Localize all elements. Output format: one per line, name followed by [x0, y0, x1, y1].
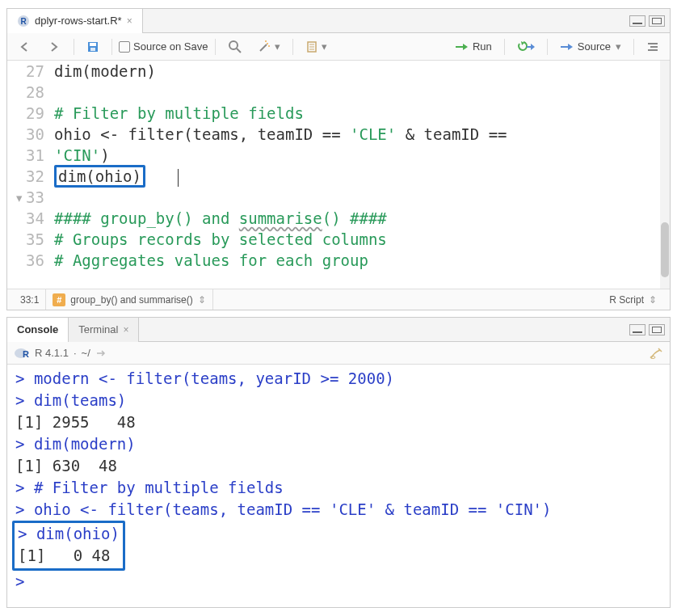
code-editor[interactable]: 27 28 29 30 31 32 ▾33 34 35 36 dim(moder…	[7, 61, 670, 289]
code-line: dim(modern)	[54, 62, 156, 80]
console-line: > dim(modern)	[15, 433, 662, 455]
maximize-pane-icon[interactable]	[649, 15, 665, 27]
close-terminal-icon[interactable]: ×	[123, 324, 128, 335]
source-button-label: Source	[578, 40, 611, 53]
svg-rect-4	[90, 48, 95, 51]
cursor-position: 33:1	[14, 289, 46, 310]
svg-text:R: R	[23, 349, 29, 359]
text-cursor-icon	[178, 169, 179, 187]
console-subbar: R R 4.1.1 · ~/	[7, 342, 670, 365]
popout-icon[interactable]	[95, 348, 107, 358]
console-line: > dim(teams)	[15, 390, 662, 411]
editor-tab[interactable]: R dplyr-rows-start.R* ×	[7, 9, 143, 33]
console-line: > dim(ohio)	[18, 523, 120, 545]
rerun-button[interactable]	[511, 37, 540, 57]
terminal-tab-label: Terminal	[78, 323, 118, 335]
source-on-save-checkbox[interactable]	[119, 41, 130, 53]
save-button[interactable]	[81, 37, 105, 57]
console-line: > modern <- filter(teams, yearID >= 2000…	[15, 368, 662, 390]
console-tabbar: Console Terminal ×	[7, 318, 670, 342]
editor-toolbar: Source on Save ▾ ▾ Run Source ▾	[7, 33, 670, 61]
clear-console-icon[interactable]	[649, 347, 663, 360]
hash-icon: #	[53, 293, 65, 306]
r-version: R 4.1.1	[35, 347, 69, 359]
console-line: [1] 630 48	[15, 455, 662, 477]
editor-statusbar: 33:1 # group_by() and summarise() ⇕ R Sc…	[7, 289, 670, 310]
svg-point-8	[267, 43, 268, 44]
svg-rect-3	[90, 43, 96, 46]
console-line: [1] 2955 48	[15, 411, 662, 433]
minimize-pane-icon[interactable]	[629, 15, 645, 27]
console-line: [1] 0 48	[18, 545, 120, 567]
console-tab-label: Console	[17, 323, 58, 335]
highlighted-code: dim(ohio)	[54, 165, 145, 188]
code-body[interactable]: dim(modern) # Filter by multiple fields …	[54, 61, 670, 289]
svg-line-6	[237, 49, 241, 53]
r-script-icon: R	[17, 15, 30, 27]
tab-filename: dplyr-rows-start.R*	[35, 15, 122, 27]
r-logo-icon: R	[14, 347, 30, 360]
console-tab[interactable]: Console	[7, 318, 69, 342]
terminal-tab[interactable]: Terminal ×	[69, 318, 139, 342]
console-line: > # Filter by multiple fields	[15, 477, 662, 499]
minimize-console-icon[interactable]	[629, 324, 645, 335]
notebook-button[interactable]: ▾	[300, 37, 333, 57]
language-mode[interactable]: R Script ⇕	[603, 289, 663, 310]
svg-point-10	[265, 40, 267, 42]
line-gutter: 27 28 29 30 31 32 ▾33 34 35 36	[7, 61, 54, 289]
forward-button[interactable]	[41, 37, 67, 57]
console-line: > ohio <- filter(teams, teamID == 'CLE' …	[15, 499, 662, 521]
editor-scrollbar[interactable]	[660, 61, 670, 289]
highlighted-console: > dim(ohio)[1] 0 48	[12, 521, 125, 571]
outline-button[interactable]	[641, 37, 665, 57]
maximize-console-icon[interactable]	[649, 324, 665, 335]
svg-line-7	[260, 44, 267, 51]
svg-text:R: R	[20, 17, 27, 26]
run-button[interactable]: Run	[449, 37, 498, 57]
console-line: >	[15, 571, 662, 593]
wand-button[interactable]: ▾	[251, 37, 286, 57]
section-nav[interactable]: # group_by() and summarise() ⇕	[46, 289, 212, 310]
code-comment: # Filter by multiple fields	[54, 104, 304, 122]
run-button-label: Run	[473, 40, 492, 53]
svg-point-5	[229, 41, 238, 49]
close-tab-icon[interactable]: ×	[127, 15, 132, 27]
scrollbar-thumb[interactable]	[661, 222, 669, 277]
editor-tabbar: R dplyr-rows-start.R* ×	[7, 9, 670, 33]
back-button[interactable]	[12, 37, 38, 57]
svg-point-9	[268, 45, 270, 47]
working-dir: ~/	[82, 347, 90, 359]
source-on-save-label: Source on Save	[133, 40, 208, 53]
find-button[interactable]	[222, 37, 248, 57]
source-button[interactable]: Source ▾	[554, 37, 627, 57]
console-output[interactable]: > modern <- filter(teams, yearID >= 2000…	[7, 365, 670, 607]
